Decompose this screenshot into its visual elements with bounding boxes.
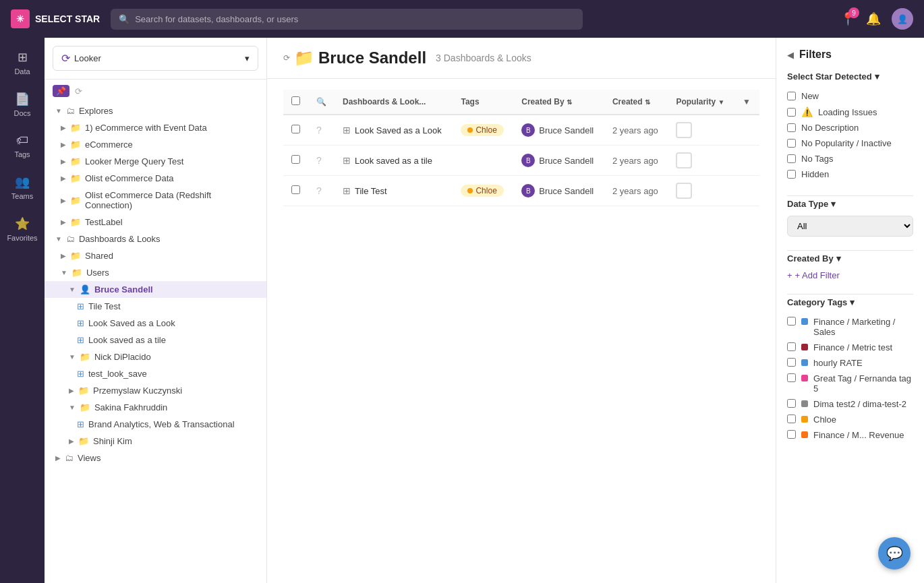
search-bar[interactable]: 🔍 bbox=[111, 9, 583, 30]
search-icon[interactable]: 🔍 bbox=[316, 97, 326, 106]
tree-item-shinji[interactable]: ▶ 📁 Shinji Kim bbox=[45, 433, 266, 450]
tree-item-sakina[interactable]: ▼ 📁 Sakina Fakhruddin bbox=[45, 399, 266, 416]
tree-item-przemyslaw[interactable]: ▶ 📁 Przemyslaw Kuczynski bbox=[45, 382, 266, 399]
row-checkbox-cell bbox=[283, 176, 308, 206]
tree-item-shared[interactable]: ▶ 📁 Shared bbox=[45, 247, 266, 264]
folder-icon: 📁 bbox=[78, 436, 89, 446]
sidebar-item-data[interactable]: ⊞ Data bbox=[3, 43, 41, 82]
category-tags-header[interactable]: Category Tags ▾ bbox=[787, 297, 913, 307]
tag-pill[interactable]: Chloe bbox=[461, 124, 503, 136]
tree-item-nick[interactable]: ▼ 📁 Nick DiPlacido bbox=[45, 348, 266, 365]
category-checkbox[interactable] bbox=[787, 358, 796, 367]
filters-title: Filters bbox=[799, 49, 832, 61]
dropdown-label: Looker bbox=[74, 53, 101, 63]
row-checkbox[interactable] bbox=[291, 155, 300, 164]
bell-icon[interactable]: 🔔 bbox=[866, 11, 881, 26]
data-type-section-header[interactable]: Data Type ▾ bbox=[787, 199, 913, 209]
filter-checkbox-loading[interactable] bbox=[787, 108, 796, 117]
tree-item-label: Tile Test bbox=[88, 301, 121, 311]
tree-item-brand-analytics[interactable]: ⊞ Brand Analytics, Web & Transactional bbox=[45, 416, 266, 433]
col-created-by[interactable]: Created By ⇅ bbox=[513, 90, 604, 115]
data-type-label: Data Type bbox=[787, 199, 828, 209]
filter-label-no-pop: No Popularity / Inactive bbox=[801, 138, 892, 148]
filter-checkbox-no-tags[interactable] bbox=[787, 154, 796, 163]
col-created-by-label: Created By bbox=[521, 97, 564, 106]
filter-item-no-description: No Description bbox=[787, 120, 913, 135]
tree-section-dashboards[interactable]: ▼ 🗂 Dashboards & Looks bbox=[45, 231, 266, 247]
tag-dot bbox=[467, 188, 473, 193]
notification-icon[interactable]: 📍 9 bbox=[840, 11, 855, 26]
tag-pill[interactable]: Chloe bbox=[461, 185, 503, 197]
detected-label: Select Star Detected bbox=[787, 71, 872, 82]
arrow-icon: ▼ bbox=[69, 286, 76, 293]
collapse-left-icon[interactable]: ◀ bbox=[787, 50, 794, 60]
add-filter-button[interactable]: + + Add Filter bbox=[787, 270, 913, 280]
logo[interactable]: ✳ SELECT STAR bbox=[11, 9, 100, 28]
table-row: ? ⊞ Look Saved as a Look Chloe bbox=[283, 115, 759, 146]
category-dot bbox=[801, 400, 808, 407]
category-label: Finance / Metric test bbox=[813, 342, 892, 352]
created-by-section-header[interactable]: Created By ▾ bbox=[787, 253, 913, 264]
tree-item-ecommerce[interactable]: ▶ 📁 eCommerce bbox=[45, 136, 266, 153]
search-input[interactable] bbox=[135, 14, 575, 24]
col-created-label: Created bbox=[612, 97, 643, 106]
filter-section-data-type: Data Type ▾ All Dashboard Look bbox=[787, 199, 913, 237]
data-type-select[interactable]: All Dashboard Look bbox=[787, 216, 913, 237]
sidebar-item-teams[interactable]: 👥 Teams bbox=[3, 168, 41, 207]
category-item-dima-test: Dima test2 / dima-test-2 bbox=[787, 396, 913, 412]
tree-section-views[interactable]: ▶ 🗂 Views bbox=[45, 450, 266, 466]
tree-item-look-saved-tile[interactable]: ⊞ Look saved as a tile bbox=[45, 332, 266, 348]
tree-item-ecommerce-event[interactable]: ▶ 📁 1) eCommerce with Event Data bbox=[45, 119, 266, 136]
select-all-checkbox[interactable] bbox=[291, 96, 300, 105]
category-checkbox[interactable] bbox=[787, 373, 796, 382]
filter-checkbox-no-pop[interactable] bbox=[787, 139, 796, 148]
row-name[interactable]: Look saved as a tile bbox=[355, 156, 432, 166]
category-checkbox[interactable] bbox=[787, 342, 796, 351]
filter-checkbox-new[interactable] bbox=[787, 92, 796, 100]
row-action-cell bbox=[734, 176, 759, 206]
tree-item-test-look-save[interactable]: ⊞ test_look_save bbox=[45, 365, 266, 382]
chevron-down-icon: ▾ bbox=[836, 253, 841, 264]
row-name[interactable]: Tile Test bbox=[355, 186, 387, 196]
col-popularity[interactable]: Popularity ▼ bbox=[668, 90, 734, 115]
chat-bubble[interactable]: 💬 bbox=[878, 537, 911, 570]
tree-item-tile-test[interactable]: ⊞ Tile Test bbox=[45, 298, 266, 315]
tree-item-users[interactable]: ▼ 📁 Users bbox=[45, 264, 266, 281]
category-checkbox[interactable] bbox=[787, 399, 796, 408]
question-icon: ? bbox=[316, 185, 322, 196]
tree-item-bruce-sandell[interactable]: ▼ 👤 Bruce Sandell bbox=[45, 281, 266, 298]
filter-icon[interactable]: ▼ bbox=[743, 97, 751, 106]
sidebar-item-favorites[interactable]: ⭐ Favorites bbox=[3, 210, 41, 249]
tree-item-testlabel[interactable]: ▶ 📁 TestLabel bbox=[45, 214, 266, 231]
col-name[interactable]: Dashboards & Look... bbox=[335, 90, 453, 115]
filter-section-created-by: Created By ▾ + + Add Filter bbox=[787, 253, 913, 280]
row-date-cell: 2 years ago bbox=[604, 176, 668, 206]
breadcrumb-back-icon[interactable]: ⟳ bbox=[283, 53, 290, 63]
category-checkbox[interactable] bbox=[787, 430, 796, 439]
tree-item-olist-redshift[interactable]: ▶ 📁 Olist eCommerce Data (Redshift Conne… bbox=[45, 187, 266, 214]
filter-checkbox-hidden[interactable] bbox=[787, 170, 796, 179]
row-checkbox[interactable] bbox=[291, 125, 300, 133]
avatar[interactable]: 👤 bbox=[892, 8, 913, 30]
col-created[interactable]: Created ⇅ bbox=[604, 90, 668, 115]
row-checkbox[interactable] bbox=[291, 185, 300, 194]
row-name[interactable]: Look Saved as a Look bbox=[355, 125, 442, 135]
chevron-down-icon: ▾ bbox=[831, 199, 836, 209]
sidebar-item-tags[interactable]: 🏷 Tags bbox=[3, 127, 41, 165]
content-header: ⟳ 📁 Bruce Sandell 3 Dashboards & Looks bbox=[267, 38, 776, 79]
tree-section-explores[interactable]: ▼ 🗂 Explores bbox=[45, 102, 266, 119]
sidebar-item-docs[interactable]: 📄 Docs bbox=[3, 85, 41, 124]
category-checkbox[interactable] bbox=[787, 415, 796, 423]
tree-item-merge[interactable]: ▶ 📁 Looker Merge Query Test bbox=[45, 153, 266, 170]
tree-item-look-saved-look[interactable]: ⊞ Look Saved as a Look bbox=[45, 315, 266, 332]
look-icon: ⊞ bbox=[77, 369, 84, 379]
popularity-bar bbox=[676, 152, 692, 168]
detected-section-header[interactable]: Select Star Detected ▾ bbox=[787, 71, 913, 82]
tree-item-olist[interactable]: ▶ 📁 Olist eCommerce Data bbox=[45, 170, 266, 187]
category-checkbox[interactable] bbox=[787, 317, 796, 326]
filter-checkbox-no-desc[interactable] bbox=[787, 123, 796, 132]
divider bbox=[787, 195, 913, 196]
looker-dropdown[interactable]: ⟳ Looker ▾ bbox=[53, 46, 258, 71]
popularity-bar bbox=[676, 122, 692, 138]
tree-item-label: Look Saved as a Look bbox=[88, 318, 175, 328]
